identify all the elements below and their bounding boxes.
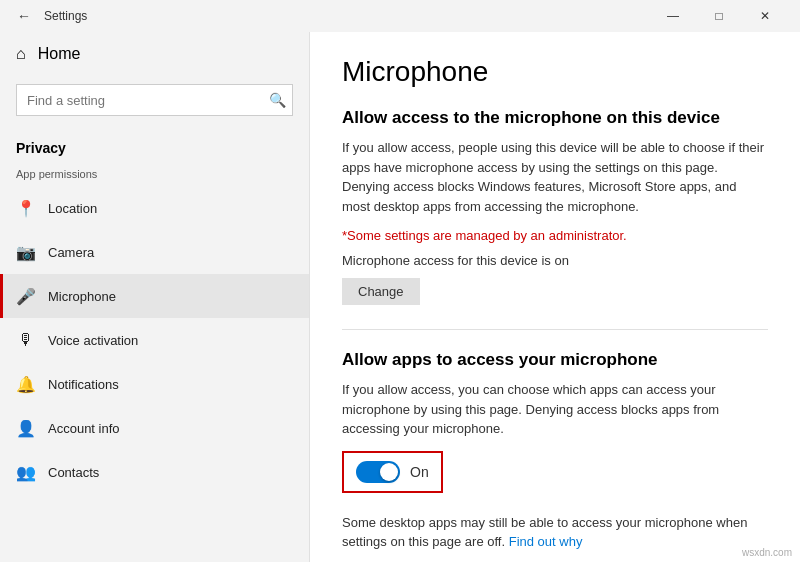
sidebar-item-label: Voice activation	[48, 333, 138, 348]
sidebar-item-notifications[interactable]: 🔔 Notifications	[0, 362, 309, 406]
camera-icon: 📷	[16, 242, 36, 262]
microphone-icon: 🎤	[16, 286, 36, 306]
page-title: Microphone	[342, 56, 768, 88]
sidebar-item-contacts[interactable]: 👥 Contacts	[0, 450, 309, 494]
account-icon: 👤	[16, 418, 36, 438]
sidebar-item-voice-activation[interactable]: 🎙 Voice activation	[0, 318, 309, 362]
titlebar: ← Settings — □ ✕	[0, 0, 800, 32]
sidebar-item-label: Camera	[48, 245, 94, 260]
minimize-button[interactable]: —	[650, 0, 696, 32]
toggle-knob	[380, 463, 398, 481]
search-input[interactable]	[16, 84, 293, 116]
sidebar-item-label: Microphone	[48, 289, 116, 304]
location-icon: 📍	[16, 198, 36, 218]
back-button[interactable]: ←	[12, 4, 36, 28]
sidebar-item-microphone[interactable]: 🎤 Microphone	[0, 274, 309, 318]
content-area: Microphone Allow access to the microphon…	[310, 32, 800, 562]
divider	[342, 329, 768, 330]
maximize-button[interactable]: □	[696, 0, 742, 32]
section2-heading: Allow apps to access your microphone	[342, 350, 768, 370]
home-icon: ⌂	[16, 45, 26, 63]
sidebar: ⌂ Home 🔍 Privacy App permissions 📍 Locat…	[0, 32, 310, 562]
sidebar-item-account-info[interactable]: 👤 Account info	[0, 406, 309, 450]
search-icon[interactable]: 🔍	[265, 88, 289, 112]
admin-note: *Some settings are managed by an adminis…	[342, 228, 768, 243]
privacy-section-label: Privacy	[0, 128, 309, 164]
sidebar-item-location[interactable]: 📍 Location	[0, 186, 309, 230]
microphone-toggle[interactable]	[356, 461, 400, 483]
sidebar-item-home[interactable]: ⌂ Home	[0, 32, 309, 76]
section1-desc: If you allow access, people using this d…	[342, 138, 768, 216]
app-body: ⌂ Home 🔍 Privacy App permissions 📍 Locat…	[0, 32, 800, 562]
access-status: Microphone access for this device is on	[342, 253, 768, 268]
voice-icon: 🎙	[16, 330, 36, 350]
find-out-why-link[interactable]: Find out why	[509, 534, 583, 549]
bottom-note: Some desktop apps may still be able to a…	[342, 513, 768, 552]
section1-heading: Allow access to the microphone on this d…	[342, 108, 768, 128]
toggle-container: On	[342, 451, 443, 493]
sidebar-item-label: Account info	[48, 421, 120, 436]
change-button[interactable]: Change	[342, 278, 420, 305]
window-controls: — □ ✕	[650, 0, 788, 32]
watermark: wsxdn.com	[742, 547, 792, 558]
section2-desc: If you allow access, you can choose whic…	[342, 380, 768, 439]
sidebar-home-label: Home	[38, 45, 81, 63]
close-button[interactable]: ✕	[742, 0, 788, 32]
search-container: 🔍	[16, 84, 293, 116]
sidebar-item-camera[interactable]: 📷 Camera	[0, 230, 309, 274]
sidebar-item-label: Contacts	[48, 465, 99, 480]
sidebar-item-label: Notifications	[48, 377, 119, 392]
contacts-icon: 👥	[16, 462, 36, 482]
app-permissions-label: App permissions	[0, 164, 309, 186]
notifications-icon: 🔔	[16, 374, 36, 394]
sidebar-item-label: Location	[48, 201, 97, 216]
titlebar-title: Settings	[44, 9, 650, 23]
toggle-on-label: On	[410, 464, 429, 480]
